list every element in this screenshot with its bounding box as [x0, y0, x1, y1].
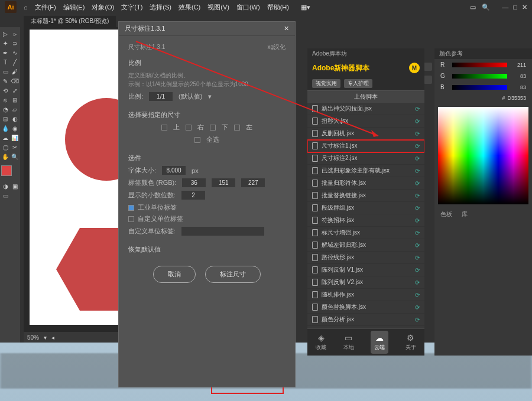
download-icon[interactable]: ⟳	[415, 193, 420, 199]
eraser-tool[interactable]: ⌫	[11, 77, 19, 85]
list-item[interactable]: 颜色替换脚本.jsx⟳	[307, 301, 424, 314]
download-icon[interactable]: ⟳	[415, 317, 420, 323]
direct-select-tool[interactable]: ▹	[11, 30, 19, 38]
free-transform-tool[interactable]: ⊞	[11, 96, 19, 104]
hand-tool[interactable]: ✋	[1, 152, 9, 161]
footer-cloud[interactable]: ☁云端	[371, 331, 388, 354]
perspective-tool[interactable]: ▱	[11, 105, 19, 113]
script-panel-header[interactable]: Adobe脚本坊	[307, 48, 424, 59]
tab-swatches[interactable]: 色板	[440, 210, 452, 219]
download-icon[interactable]: ⟳	[415, 255, 420, 261]
list-item[interactable]: 批量归彩符体.jsx⟳	[307, 177, 424, 190]
close-icon[interactable]: ✕	[284, 25, 289, 32]
b-slider[interactable]	[452, 85, 507, 90]
dialog-titlebar[interactable]: 尺寸标注1.3.1 ✕	[119, 22, 295, 36]
selection-tool[interactable]: ▷	[1, 30, 9, 38]
cancel-button[interactable]: 取消	[153, 266, 196, 283]
r-value[interactable]: 211	[512, 62, 526, 68]
rotate-tool[interactable]: ⟲	[1, 86, 9, 94]
rect-tool[interactable]: ▭	[1, 67, 9, 76]
list-item[interactable]: 解域左部归彩.jsx⟳	[307, 239, 424, 252]
layout-icon[interactable]: ▭	[470, 4, 476, 11]
menu-window[interactable]: 窗口(W)	[236, 3, 260, 12]
download-icon[interactable]: ⟳	[415, 279, 420, 286]
type-tool[interactable]: T	[1, 58, 9, 66]
download-icon[interactable]: ⟳	[415, 168, 420, 174]
list-item[interactable]: 尺寸标注2.jsx⟳	[307, 152, 424, 165]
custom-unit-input[interactable]	[181, 227, 264, 236]
curvature-tool[interactable]: ∿	[11, 48, 19, 57]
home-icon[interactable]: ⌂	[24, 4, 28, 11]
footer-about[interactable]: ⚙关于	[406, 333, 416, 351]
tag-visual[interactable]: 视觉实用	[312, 79, 340, 88]
list-item[interactable]: 符换招杯.jsx⟳	[307, 214, 424, 227]
check-right[interactable]	[186, 125, 192, 131]
download-icon[interactable]: ⟳	[415, 217, 420, 224]
decimal-input[interactable]	[181, 191, 205, 200]
maximize-icon[interactable]: □	[513, 4, 517, 11]
download-icon[interactable]: ⟳	[415, 143, 420, 149]
menu-type[interactable]: 文字(T)	[121, 3, 142, 12]
font-size-input[interactable]	[162, 166, 186, 175]
script-list[interactable]: 新出神父闪拉面.jsx⟳ 扭秒大.jsx⟳ 反删回机.jsx⟳ 尺寸标注1.js…	[307, 103, 424, 326]
zoom-value[interactable]: 50%	[27, 334, 39, 341]
footer-local[interactable]: ▭本地	[343, 333, 354, 351]
g-slider[interactable]	[452, 74, 507, 79]
check-up[interactable]	[161, 125, 167, 131]
download-icon[interactable]: ⟳	[415, 180, 420, 187]
color-mode-icon[interactable]: ◑	[1, 182, 9, 190]
menu-file[interactable]: 文件(F)	[35, 3, 56, 12]
shape-builder-tool[interactable]: ◔	[1, 105, 9, 113]
tab-library[interactable]: 库	[462, 210, 468, 219]
list-item-highlighted[interactable]: 尺寸标注1.jsx⟳	[307, 140, 424, 152]
shaper-tool[interactable]: ✎	[1, 77, 9, 85]
download-icon[interactable]: ⟳	[415, 242, 420, 249]
list-item[interactable]: 新出神父闪拉面.jsx⟳	[307, 103, 424, 115]
list-item[interactable]: 反删回机.jsx⟳	[307, 128, 424, 140]
menu-object[interactable]: 对象(O)	[92, 3, 114, 12]
color-b-input[interactable]	[241, 178, 265, 187]
list-item[interactable]: 路径线形.jsx⟳	[307, 252, 424, 264]
download-icon[interactable]: ⟳	[415, 155, 420, 162]
r-slider[interactable]	[452, 63, 507, 67]
menu-edit[interactable]: 编辑(E)	[63, 3, 85, 12]
nav-prev-icon[interactable]: ◂	[51, 334, 54, 341]
g-value[interactable]: 83	[512, 73, 526, 79]
color-panel-header[interactable]: 颜色参考	[434, 48, 532, 59]
menu-select[interactable]: 选择(S)	[150, 3, 171, 12]
color-g-input[interactable]	[212, 178, 235, 187]
close-icon[interactable]: ✕	[522, 4, 527, 11]
list-item[interactable]: 批量替换链接.jsx⟳	[307, 190, 424, 202]
dropdown-icon[interactable]: ▾	[208, 93, 212, 100]
ratio-input[interactable]	[149, 92, 173, 101]
graph-tool[interactable]: 📊	[11, 133, 19, 142]
blend-tool[interactable]: ◉	[11, 124, 19, 132]
color-r-input[interactable]	[182, 178, 206, 187]
fill-swatch[interactable]	[1, 165, 12, 176]
scale-tool[interactable]: ⤢	[11, 86, 19, 94]
ok-button[interactable]: 标注尺寸	[205, 266, 261, 283]
download-icon[interactable]: ⟳	[415, 118, 420, 125]
width-tool[interactable]: ⎋	[1, 96, 9, 104]
symbol-tool[interactable]: ☁	[1, 133, 9, 142]
download-icon[interactable]: ⟳	[415, 230, 420, 236]
menu-help[interactable]: 帮助(H)	[267, 3, 289, 12]
eyedropper-tool[interactable]: 💧	[1, 124, 9, 132]
list-item[interactable]: 随机排作.jsx⟳	[307, 289, 424, 301]
list-item[interactable]: 扭秒大.jsx⟳	[307, 115, 424, 128]
dock-icon[interactable]	[424, 76, 432, 84]
ai-logo[interactable]: Ai	[5, 1, 17, 13]
line-tool[interactable]: ╱	[11, 58, 19, 66]
b-value[interactable]: 83	[512, 84, 526, 90]
check-custom[interactable]	[128, 216, 134, 222]
menu-view[interactable]: 视图(V)	[207, 3, 229, 12]
search-icon[interactable]: 🔍	[482, 4, 490, 11]
download-icon[interactable]: ⟳	[415, 267, 420, 273]
brush-tool[interactable]: 🖌	[11, 67, 19, 76]
screen-mode-icon[interactable]: ▭	[1, 191, 9, 200]
pen-tool[interactable]: ✒	[1, 48, 9, 57]
slice-tool[interactable]: ✂	[11, 143, 19, 151]
list-item[interactable]: 标尺寸增强.jsx⟳	[307, 227, 424, 239]
workspace-icon[interactable]: ▦▾	[301, 4, 310, 11]
check-left[interactable]	[234, 125, 240, 131]
